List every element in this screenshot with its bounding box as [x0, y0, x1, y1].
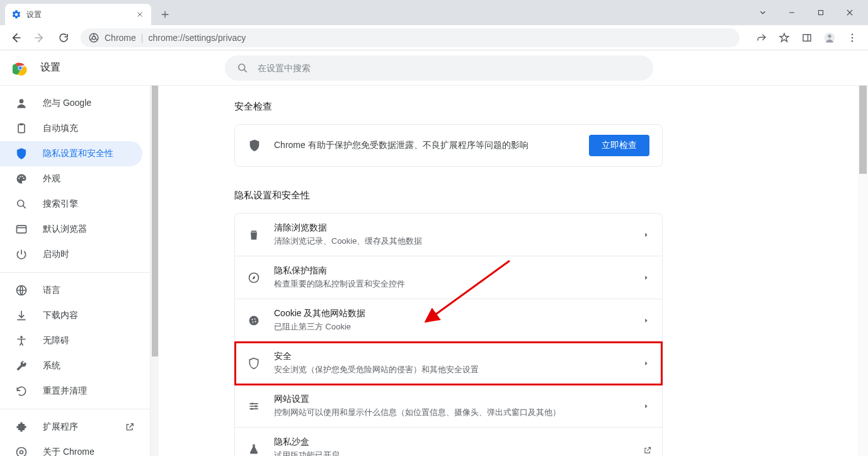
tab-strip: 设置 — [5, 0, 174, 25]
sidebar-label: 自动填充 — [43, 123, 78, 134]
sidebar-label: 关于 Chrome — [43, 447, 94, 456]
row-subtitle: 控制网站可以使用和显示什么信息（如位置信息、摄像头、弹出式窗口及其他） — [274, 407, 629, 418]
sidebar-label: 默认浏览器 — [43, 224, 87, 235]
svg-point-29 — [254, 318, 256, 319]
sidebar-item-accessibility[interactable]: 无障碍 — [0, 328, 150, 353]
svg-point-6 — [852, 33, 854, 35]
content-scrollbar[interactable] — [858, 86, 868, 456]
svg-point-7 — [852, 37, 854, 38]
page-title: 设置 — [40, 61, 60, 74]
safety-check-heading: 安全检查 — [234, 101, 868, 113]
sidebar-item-reset[interactable]: 重置并清理 — [0, 379, 150, 404]
chevron-right-icon — [643, 403, 649, 409]
download-icon — [15, 309, 28, 322]
svg-point-18 — [22, 176, 23, 177]
security-icon — [248, 357, 260, 370]
row-cookies[interactable]: Cookie 及其他网站数据 已阻止第三方 Cookie — [235, 299, 662, 342]
svg-point-17 — [20, 176, 21, 177]
sidebar-item-on-startup[interactable]: 启动时 — [0, 242, 150, 267]
row-title: 隐私沙盒 — [274, 436, 629, 448]
sidebar-item-extensions[interactable]: 扩展程序 — [0, 414, 150, 440]
window-minimize-button[interactable] — [777, 3, 806, 23]
side-panel-icon[interactable] — [796, 27, 818, 48]
svg-point-8 — [852, 40, 854, 42]
sidebar-item-system[interactable]: 系统 — [0, 353, 150, 379]
svg-point-20 — [18, 200, 24, 207]
browser-icon — [15, 223, 28, 236]
close-tab-icon[interactable] — [135, 9, 145, 20]
svg-point-31 — [254, 321, 256, 322]
svg-point-30 — [252, 321, 253, 322]
svg-point-13 — [20, 99, 24, 103]
chrome-logo-icon — [13, 60, 28, 76]
row-privacy-sandbox[interactable]: 隐私沙盒 试用版功能已开启 — [235, 428, 662, 456]
settings-sidebar: 您与 Google 自动填充 隐私设置和安全性 外观 搜索引擎 默认浏览器 — [0, 86, 150, 456]
browser-tab-settings[interactable]: 设置 — [5, 4, 151, 25]
sidebar-item-you-and-google[interactable]: 您与 Google — [0, 91, 150, 116]
globe-icon — [15, 284, 28, 297]
svg-point-33 — [255, 405, 257, 407]
window-controls — [748, 0, 868, 25]
new-tab-button[interactable] — [156, 6, 174, 23]
omnibox-origin: Chrome — [105, 33, 136, 43]
chevron-right-icon — [643, 275, 649, 281]
open-in-new-icon — [643, 446, 649, 452]
flask-icon — [248, 443, 260, 455]
sidebar-item-search-engine[interactable]: 搜索引擎 — [0, 191, 150, 217]
chrome-origin-icon — [88, 32, 100, 43]
window-close-button[interactable] — [835, 3, 864, 23]
settings-search-input[interactable] — [258, 63, 642, 73]
open-in-new-icon — [125, 422, 135, 432]
sidebar-item-default-browser[interactable]: 默认浏览器 — [0, 217, 150, 242]
back-button[interactable] — [5, 27, 26, 48]
bookmark-icon[interactable] — [774, 27, 795, 48]
sidebar-label: 搜索引擎 — [43, 198, 78, 210]
svg-point-16 — [18, 178, 20, 179]
share-icon[interactable] — [751, 27, 772, 48]
shield-icon — [15, 147, 28, 160]
sidebar-label: 扩展程序 — [43, 421, 78, 433]
sidebar-label: 无障碍 — [43, 335, 69, 346]
row-subtitle: 已阻止第三方 Cookie — [274, 321, 629, 333]
window-maximize-button[interactable] — [806, 3, 835, 23]
svg-point-27 — [249, 316, 259, 325]
sidebar-divider — [0, 272, 150, 273]
forward-button[interactable] — [29, 27, 50, 48]
person-icon — [15, 97, 28, 110]
sidebar-item-downloads[interactable]: 下载内容 — [0, 303, 150, 328]
compass-icon — [248, 271, 260, 284]
svg-point-12 — [239, 64, 245, 70]
sidebar-item-languages[interactable]: 语言 — [0, 278, 150, 303]
sidebar-scrollbar[interactable] — [150, 86, 159, 456]
omnibox-separator: | — [141, 33, 144, 43]
shield-icon — [248, 139, 261, 152]
privacy-section-heading: 隐私设置和安全性 — [234, 190, 868, 202]
settings-search[interactable] — [225, 55, 653, 81]
run-safety-check-button[interactable]: 立即检查 — [589, 135, 649, 156]
svg-point-34 — [251, 408, 253, 409]
row-security[interactable]: 安全 安全浏览（保护您免受危险网站的侵害）和其他安全设置 — [235, 342, 662, 385]
sidebar-item-appearance[interactable]: 外观 — [0, 166, 150, 191]
svg-rect-15 — [20, 123, 23, 125]
row-site-settings[interactable]: 网站设置 控制网站可以使用和显示什么信息（如位置信息、摄像头、弹出式窗口及其他） — [235, 385, 662, 428]
address-bar[interactable]: Chrome | chrome://settings/privacy — [81, 28, 740, 47]
sidebar-item-privacy-security[interactable]: 隐私设置和安全性 — [0, 141, 142, 166]
svg-rect-0 — [819, 11, 823, 15]
sidebar-label: 启动时 — [43, 249, 69, 260]
reload-button[interactable] — [53, 27, 74, 48]
row-privacy-guide[interactable]: 隐私保护指南 检查重要的隐私控制设置和安全控件 — [235, 256, 662, 299]
extension-icon — [15, 421, 28, 433]
profile-avatar-icon[interactable] — [819, 27, 840, 48]
sidebar-item-autofill[interactable]: 自动填充 — [0, 116, 150, 141]
menu-icon[interactable] — [842, 27, 863, 48]
row-clear-browsing-data[interactable]: 清除浏览数据 清除浏览记录、Cookie、缓存及其他数据 — [235, 214, 662, 256]
palette-icon — [15, 173, 28, 185]
chevron-down-icon[interactable] — [748, 3, 777, 23]
sidebar-label: 您与 Google — [43, 98, 91, 109]
cookie-icon — [248, 314, 260, 327]
accessibility-icon — [15, 334, 28, 347]
sidebar-divider — [0, 409, 150, 409]
svg-point-25 — [20, 451, 23, 454]
sidebar-item-about-chrome[interactable]: 关于 Chrome — [0, 440, 150, 456]
search-icon — [15, 198, 28, 210]
